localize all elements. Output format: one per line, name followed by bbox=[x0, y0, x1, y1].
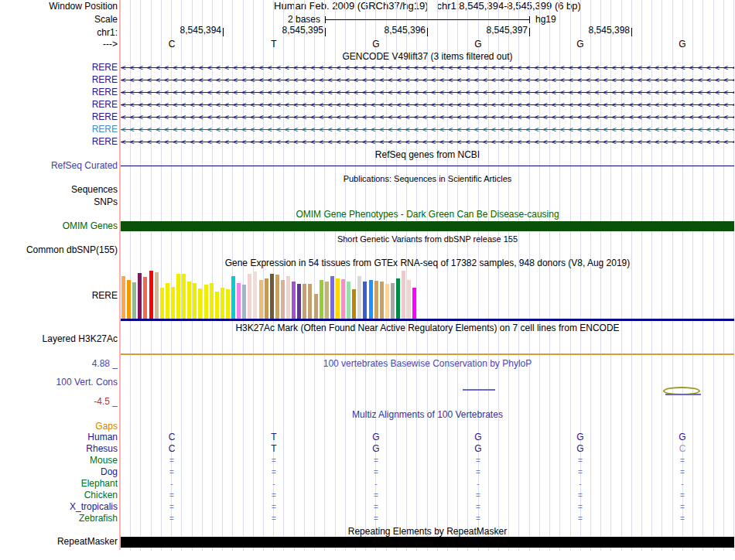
track-label-chrom[interactable]: chr1: bbox=[0, 28, 118, 38]
gtex-bar[interactable] bbox=[198, 289, 202, 319]
gene-row-rere-5[interactable]: <<<<<<<<<<<<<<<<<<<<<<<<<<<<<<<<<<<<<<<<… bbox=[121, 112, 734, 122]
gtex-bar[interactable] bbox=[231, 276, 235, 319]
gtex-bar[interactable] bbox=[275, 275, 279, 319]
gtex-bar[interactable] bbox=[210, 283, 214, 319]
gtex-bar[interactable] bbox=[385, 284, 389, 319]
gtex-bar[interactable] bbox=[237, 283, 241, 319]
gtex-bar[interactable] bbox=[149, 271, 153, 319]
track-label-cons-max[interactable]: 4.88 _ bbox=[0, 359, 118, 369]
track-label-gaps[interactable]: Gaps bbox=[0, 422, 118, 432]
gtex-bar[interactable] bbox=[138, 273, 142, 319]
track-label-vert-cons[interactable]: 100 Vert. Cons bbox=[0, 377, 118, 388]
gtex-bar[interactable] bbox=[341, 279, 345, 319]
track-label-chicken[interactable]: Chicken bbox=[0, 490, 118, 500]
phylop-mark-blue-1[interactable] bbox=[463, 389, 495, 391]
track-label-window-position[interactable]: Window Position bbox=[0, 2, 118, 12]
omim-gene-bar[interactable] bbox=[121, 221, 734, 231]
phylop-mark-blue-2[interactable] bbox=[665, 394, 701, 395]
track-label-rere-1[interactable]: RERE bbox=[0, 63, 118, 73]
gtex-bar[interactable] bbox=[286, 276, 290, 319]
genome-browser-image: Human Feb. 2009 (GRCh37/hg19) chr1:8,545… bbox=[0, 0, 735, 560]
gtex-bar[interactable] bbox=[352, 289, 356, 319]
gtex-bar[interactable] bbox=[166, 283, 169, 319]
track-label-refseq-curated[interactable]: RefSeq Curated bbox=[0, 161, 118, 171]
gtex-bar[interactable] bbox=[336, 278, 340, 319]
track-label-human[interactable]: Human bbox=[0, 432, 118, 442]
gtex-bar[interactable] bbox=[182, 274, 186, 319]
gtex-bar[interactable] bbox=[396, 278, 400, 319]
track-label-scale[interactable]: Scale bbox=[0, 15, 118, 25]
track-label-dog[interactable]: Dog bbox=[0, 467, 118, 477]
track-label-snps[interactable]: SNPs bbox=[0, 197, 118, 207]
gtex-bar[interactable] bbox=[143, 277, 147, 319]
gtex-bar[interactable] bbox=[248, 274, 251, 319]
gtex-bar[interactable] bbox=[265, 278, 268, 319]
gtex-bar[interactable] bbox=[363, 282, 367, 319]
gtex-bar[interactable] bbox=[281, 280, 285, 319]
gtex-bar[interactable] bbox=[357, 276, 361, 319]
track-label-strand[interactable]: ---> bbox=[0, 39, 118, 50]
gtex-bar[interactable] bbox=[121, 276, 125, 319]
gtex-bar[interactable] bbox=[270, 274, 274, 319]
gene-row-rere-2[interactable]: <<<<<<<<<<<<<<<<<<<<<<<<<<<<<<<<<<<<<<<<… bbox=[121, 75, 734, 85]
gtex-bar[interactable] bbox=[204, 285, 208, 319]
gtex-bar[interactable] bbox=[171, 287, 175, 319]
track-label-gtex-gene[interactable]: RERE bbox=[0, 291, 118, 301]
track-label-repeatmasker[interactable]: RepeatMasker bbox=[0, 537, 118, 547]
gtex-bar[interactable] bbox=[297, 284, 301, 319]
gtex-bar[interactable] bbox=[176, 274, 180, 319]
gtex-bar[interactable] bbox=[220, 288, 224, 319]
track-label-zebrafish[interactable]: Zebrafish bbox=[0, 514, 118, 524]
track-label-rere-2[interactable]: RERE bbox=[0, 75, 118, 85]
track-label-rere-4[interactable]: RERE bbox=[0, 100, 118, 110]
gtex-bar[interactable] bbox=[325, 282, 329, 319]
track-label-omim-genes[interactable]: OMIM Genes bbox=[0, 221, 118, 231]
gtex-bar[interactable] bbox=[292, 282, 296, 319]
gtex-bar[interactable] bbox=[187, 282, 191, 319]
repeatmasker-bar[interactable] bbox=[121, 537, 734, 548]
gtex-bar[interactable] bbox=[259, 280, 263, 319]
gtex-bar[interactable] bbox=[374, 281, 378, 319]
gtex-bar[interactable] bbox=[226, 289, 230, 319]
track-label-xtropicalis[interactable]: X_tropicalis bbox=[0, 502, 118, 512]
gtex-bar[interactable] bbox=[314, 294, 318, 319]
track-label-layered-h3k27ac[interactable]: Layered H3K27Ac bbox=[0, 334, 118, 344]
track-label-mouse[interactable]: Mouse bbox=[0, 456, 118, 466]
track-label-rhesus[interactable]: Rhesus bbox=[0, 444, 118, 454]
refseq-curated-line[interactable] bbox=[121, 166, 734, 166]
track-label-cons-min[interactable]: -4.5 _ bbox=[0, 397, 118, 407]
track-label-rere-6[interactable]: RERE bbox=[0, 125, 118, 135]
track-label-elephant[interactable]: Elephant bbox=[0, 479, 118, 489]
gtex-bar[interactable] bbox=[320, 280, 323, 319]
gtex-bar[interactable] bbox=[369, 280, 373, 319]
gene-row-rere-7[interactable]: <<<<<<<<<<<<<<<<<<<<<<<<<<<<<<<<<<<<<<<<… bbox=[121, 137, 734, 147]
gtex-bar[interactable] bbox=[308, 284, 312, 319]
gtex-bar[interactable] bbox=[303, 284, 306, 319]
h3k27ac-signal-line[interactable] bbox=[121, 353, 734, 355]
gtex-bar[interactable] bbox=[127, 280, 131, 319]
gene-row-rere-1[interactable]: <<<<<<<<<<<<<<<<<<<<<<<<<<<<<<<<<<<<<<<<… bbox=[121, 63, 734, 73]
gene-row-rere-4[interactable]: <<<<<<<<<<<<<<<<<<<<<<<<<<<<<<<<<<<<<<<<… bbox=[121, 100, 734, 110]
track-label-rere-5[interactable]: RERE bbox=[0, 112, 118, 122]
gtex-bar[interactable] bbox=[253, 271, 257, 319]
gtex-bar[interactable] bbox=[215, 292, 219, 319]
gtex-bar[interactable] bbox=[391, 283, 395, 319]
alignment-cell-elephant: - bbox=[469, 479, 487, 489]
gtex-bar[interactable] bbox=[330, 276, 334, 319]
track-label-sequences[interactable]: Sequences bbox=[0, 185, 118, 195]
track-label-rere-7[interactable]: RERE bbox=[0, 137, 118, 147]
gtex-bar[interactable] bbox=[155, 272, 159, 319]
gene-row-rere-3[interactable]: <<<<<<<<<<<<<<<<<<<<<<<<<<<<<<<<<<<<<<<<… bbox=[121, 87, 734, 97]
gtex-bar[interactable] bbox=[193, 283, 197, 319]
gene-row-rere-6[interactable]: <<<<<<<<<<<<<<<<<<<<<<<<<<<<<<<<<<<<<<<<… bbox=[121, 125, 734, 135]
gtex-bar[interactable] bbox=[402, 271, 405, 319]
gtex-bar[interactable] bbox=[412, 288, 416, 319]
track-label-common-dbsnp[interactable]: Common dbSNP(155) bbox=[0, 245, 118, 255]
track-label-rere-3[interactable]: RERE bbox=[0, 87, 118, 97]
gtex-bar[interactable] bbox=[380, 282, 384, 319]
gtex-bar[interactable] bbox=[347, 282, 350, 319]
gtex-bar[interactable] bbox=[242, 285, 246, 319]
gtex-bar[interactable] bbox=[407, 280, 411, 319]
gtex-bar[interactable] bbox=[160, 288, 164, 319]
gtex-bar[interactable] bbox=[132, 282, 136, 319]
